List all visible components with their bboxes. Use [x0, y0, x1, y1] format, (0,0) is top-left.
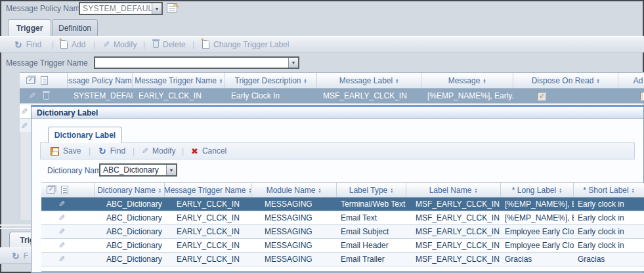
detail-list-icon[interactable] — [41, 76, 48, 85]
sort-icon[interactable]: ▲▼ — [632, 188, 635, 193]
dialog-titlebar[interactable]: Dictionary Label — [32, 106, 643, 119]
bottom-find-button[interactable]: ↻ F — [12, 248, 28, 263]
cell-message-trigger-name: EARLY_CLCK_IN — [165, 253, 251, 266]
sort-icon[interactable]: ▲▼ — [158, 188, 161, 193]
cell-label-type: Email Trailer — [337, 253, 406, 266]
column-header[interactable]: Message Trigger Name▲▼ — [165, 183, 251, 197]
column-header[interactable]: Trigger Description▲▼ — [225, 73, 317, 88]
message-policy-name-select[interactable]: SYSTEM_DEFAULT ▼ — [79, 2, 163, 15]
column-header[interactable]: Dispose On Read▲▼ — [513, 73, 618, 88]
toolbar-separator: | — [52, 40, 54, 49]
chevron-down-icon[interactable]: ▼ — [166, 165, 176, 175]
cell-dictionary-name: ABC_Dictionary — [95, 198, 165, 211]
edit-row-icon[interactable]: ✎ — [21, 122, 28, 130]
column-header[interactable]: * Short Label▲▼ — [574, 183, 644, 197]
column-header[interactable]: Message▲▼ — [421, 73, 513, 88]
detail-list-icon[interactable] — [61, 186, 68, 194]
column-header[interactable]: Ad — [618, 73, 644, 88]
dictionary-name-select[interactable]: ABC_Dictionary ▼ — [99, 163, 177, 177]
cancel-icon: ✖ — [191, 147, 198, 156]
find-button[interactable]: ↻ Find — [14, 37, 41, 52]
column-header[interactable]: * Long Label▲▼ — [501, 183, 574, 197]
cell-module-name: MESSAGING — [251, 253, 337, 266]
dialog-modify-button[interactable]: ✎ Modify — [142, 143, 175, 159]
select-all-icon[interactable] — [47, 186, 55, 194]
cell-module-name: MESSAGING — [251, 211, 337, 224]
trigger-table-header: Message Policy Name▲▼ Message Trigger Na… — [20, 72, 644, 89]
table-row[interactable]: ✎ ABC_Dictionary EARLY_CLCK_IN MESSAGING… — [41, 253, 644, 266]
edit-row-icon[interactable]: ✎ — [29, 92, 35, 100]
message-policy-name-label: Message Policy Name — [6, 4, 84, 13]
dictionary-name-label: Dictionary Name — [47, 166, 106, 175]
sort-icon[interactable]: ▲▼ — [474, 188, 477, 193]
cell-dictionary-name: ABC_Dictionary — [95, 239, 165, 252]
sort-icon[interactable]: ▲▼ — [303, 78, 307, 83]
save-button[interactable]: Save — [51, 143, 81, 159]
cell-long-label: Gracias — [501, 253, 574, 266]
sort-icon[interactable]: ▲▼ — [559, 188, 562, 193]
table-row[interactable]: ✎ ABC_Dictionary EARLY_CLCK_IN MESSAGING… — [41, 239, 644, 253]
tab-dictionary-label[interactable]: Dictionary Label — [48, 127, 122, 143]
table-row[interactable]: ✎ ABC_Dictionary EARLY_CLCK_IN MESSAGING… — [41, 198, 644, 211]
table-row[interactable]: ✎ ABC_Dictionary EARLY_CLCK_IN MESSAGING… — [41, 225, 644, 239]
sort-icon[interactable]: ▲▼ — [395, 78, 398, 83]
cell-long-label: Employee Early Cloc — [501, 239, 574, 252]
table-footer-strip — [41, 266, 644, 272]
save-icon — [51, 147, 59, 156]
sort-icon[interactable]: ▲▼ — [318, 188, 321, 193]
edit-row-icon[interactable]: ✎ — [58, 242, 65, 249]
find-label: Find — [26, 40, 41, 49]
add-button[interactable]: ✶ Add — [60, 37, 85, 52]
column-header[interactable]: Module Name▲▼ — [251, 183, 337, 197]
edit-row-icon[interactable]: ✎ — [58, 228, 65, 236]
cell-dispose-on-read — [513, 89, 618, 103]
cell-module-name: MESSAGING — [251, 198, 337, 211]
header-icon-cell — [20, 73, 68, 88]
cell-short-label: Early clock in — [574, 198, 644, 211]
cancel-button[interactable]: ✖ Cancel — [191, 143, 226, 159]
table-row[interactable]: ✎ ABC_Dictionary EARLY_CLCK_IN MESSAGING… — [41, 211, 644, 225]
column-header[interactable]: Dictionary Name▲▼ — [95, 183, 165, 197]
column-header[interactable]: Message Trigger Name▲▼ — [133, 73, 225, 88]
delete-button[interactable]: Delete — [153, 37, 186, 52]
sort-icon[interactable]: ▲▼ — [390, 188, 393, 193]
sort-icon[interactable]: ▲▼ — [219, 78, 223, 83]
edit-policy-icon[interactable]: ✎ — [167, 3, 177, 12]
toolbar-separator: | — [133, 146, 135, 156]
column-header[interactable]: Label Type▲▼ — [337, 183, 406, 197]
cell-short-label: Early clock in — [574, 225, 644, 238]
dialog-find-button[interactable]: ↻ Find — [98, 143, 125, 159]
column-header[interactable]: Message Label▲▼ — [317, 73, 421, 88]
cell-ad — [618, 89, 644, 103]
cell-message-trigger-name: EARLY_CLCK_IN — [133, 89, 225, 103]
sort-icon[interactable]: ▲▼ — [596, 78, 599, 83]
delete-row-icon[interactable] — [43, 93, 49, 100]
change-trigger-label-label: Change Trigger Label — [213, 40, 289, 49]
cell-trigger-description: Early Clock In — [225, 89, 317, 103]
chevron-down-icon[interactable]: ▼ — [152, 3, 161, 14]
tab-trigger[interactable]: Trigger — [8, 19, 51, 36]
edit-row-icon[interactable]: ✎ — [58, 214, 65, 222]
column-header[interactable]: Message Policy Name▲▼ — [68, 73, 133, 88]
modify-icon: ✎ — [142, 147, 148, 155]
cell-label-type: Email Header — [337, 239, 406, 252]
modify-button[interactable]: ✎ Modify — [103, 37, 137, 52]
sort-icon[interactable]: ▲▼ — [483, 78, 486, 83]
edit-row-icon[interactable]: ✎ — [21, 108, 28, 116]
chevron-down-icon[interactable]: ▼ — [288, 58, 298, 68]
cell-message-policy-name: SYSTEM_DEFAULT — [68, 89, 133, 103]
modify-icon: ✎ — [103, 41, 110, 49]
select-all-icon[interactable] — [26, 77, 35, 84]
change-trigger-label-button[interactable]: ✶ Change Trigger Label — [202, 37, 289, 52]
edit-row-icon[interactable]: ✎ — [58, 200, 65, 208]
message-trigger-name-select[interactable]: ▼ — [94, 56, 299, 69]
ad-checkbox[interactable] — [640, 92, 644, 100]
dialog-title: Dictionary Label — [37, 108, 98, 117]
edit-row-icon[interactable]: ✎ — [58, 255, 65, 263]
table-row[interactable]: ✎ SYSTEM_DEFAULT EARLY_CLCK_IN Early Clo… — [20, 89, 644, 104]
dispose-on-read-checkbox[interactable] — [537, 92, 546, 100]
tab-definition[interactable]: Definition — [52, 19, 98, 36]
modify-label: Modify — [114, 40, 137, 49]
column-header[interactable]: Label Name▲▼ — [406, 183, 501, 197]
cell-dictionary-name: ABC_Dictionary — [95, 253, 165, 266]
